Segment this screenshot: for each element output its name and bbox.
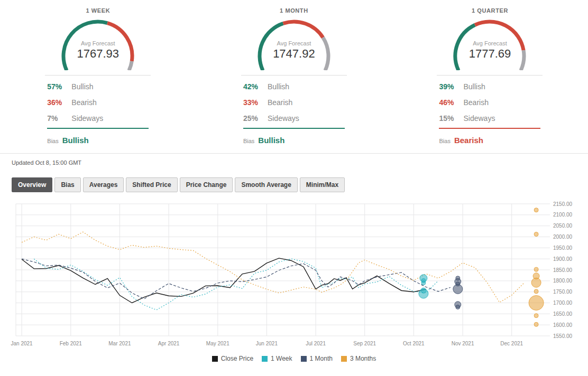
sideways-row: 15%Sideways bbox=[439, 110, 540, 126]
updated-timestamp: Updated Oct 8, 15:00 GMT bbox=[0, 154, 588, 166]
gauge: Avg Forecast 1767.93 bbox=[53, 15, 143, 70]
bias-value: Bearish bbox=[454, 136, 483, 145]
bullish-label: Bullish bbox=[463, 82, 485, 91]
svg-text:Jan 2021: Jan 2021 bbox=[11, 341, 33, 346]
tab-price-change[interactable]: Price Change bbox=[180, 177, 233, 192]
svg-text:Dec 2021: Dec 2021 bbox=[500, 341, 523, 346]
sideways-label: Sideways bbox=[71, 114, 103, 123]
svg-text:1600.00: 1600.00 bbox=[553, 322, 573, 328]
sentiment-stats: 57%Bullish 36%Bearish 7%Sideways bbox=[47, 79, 149, 126]
legend-item-close-price[interactable]: Close Price bbox=[212, 355, 253, 362]
svg-text:1700.00: 1700.00 bbox=[553, 300, 573, 306]
trend-underline bbox=[243, 128, 345, 129]
bullish-row: 39%Bullish bbox=[439, 79, 540, 95]
svg-text:1750.00: 1750.00 bbox=[553, 289, 573, 295]
forecast-chart[interactable]: 2150.002100.002050.002000.001950.001900.… bbox=[0, 199, 588, 353]
tab-minim-max[interactable]: Minim/Max bbox=[300, 177, 345, 192]
tab-overview[interactable]: Overview bbox=[12, 177, 52, 192]
bearish-label: Bearish bbox=[463, 98, 488, 107]
avg-forecast-value: 1777.69 bbox=[445, 47, 535, 61]
panel-divider bbox=[45, 75, 151, 76]
avg-forecast-value: 1747.92 bbox=[249, 47, 339, 61]
sideways-pct: 15% bbox=[439, 114, 463, 123]
bias-label: Bias bbox=[47, 138, 58, 144]
tab-bias[interactable]: Bias bbox=[54, 177, 80, 192]
svg-text:2100.00: 2100.00 bbox=[553, 212, 573, 218]
svg-text:2050.00: 2050.00 bbox=[553, 223, 573, 229]
svg-text:Feb 2021: Feb 2021 bbox=[60, 341, 82, 346]
bearish-pct: 33% bbox=[243, 98, 268, 107]
panel-divider bbox=[241, 75, 347, 76]
svg-text:1650.00: 1650.00 bbox=[553, 311, 573, 317]
bullish-pct: 39% bbox=[439, 82, 463, 91]
svg-text:2150.00: 2150.00 bbox=[553, 201, 573, 207]
svg-text:Mar 2021: Mar 2021 bbox=[108, 341, 131, 346]
tab-smooth-average[interactable]: Smooth Average bbox=[235, 177, 297, 192]
gauge: Avg Forecast 1777.69 bbox=[445, 15, 535, 70]
forecast-panels: 1 WEEK Avg Forecast 1767.93 57%Bullish 3… bbox=[0, 0, 588, 145]
bullish-label: Bullish bbox=[268, 82, 289, 91]
sideways-label: Sideways bbox=[268, 114, 299, 123]
legend-label-1-month: 1 Month bbox=[310, 355, 333, 362]
svg-text:Sep 2021: Sep 2021 bbox=[353, 341, 376, 346]
bearish-label: Bearish bbox=[71, 98, 96, 107]
tab-shifted-price[interactable]: Shifted Price bbox=[126, 177, 177, 192]
sideways-row: 7%Sideways bbox=[47, 110, 149, 126]
bias-row: Bias Bullish bbox=[47, 136, 149, 145]
bias-row: Bias Bullish bbox=[243, 136, 345, 145]
svg-text:Nov 2021: Nov 2021 bbox=[452, 341, 474, 346]
forecast-panel-1-month: 1 MONTH Avg Forecast 1747.92 42%Bullish … bbox=[196, 5, 392, 145]
legend-swatch-3-months bbox=[341, 356, 347, 362]
svg-text:1550.00: 1550.00 bbox=[553, 333, 573, 339]
sideways-pct: 25% bbox=[243, 114, 268, 123]
svg-text:1900.00: 1900.00 bbox=[553, 256, 573, 262]
svg-text:2000.00: 2000.00 bbox=[553, 234, 573, 240]
svg-text:1950.00: 1950.00 bbox=[553, 245, 573, 251]
bearish-row: 33%Bearish bbox=[243, 95, 345, 110]
legend-item-3-months[interactable]: 3 Months bbox=[341, 355, 376, 362]
bias-label: Bias bbox=[439, 138, 450, 144]
bias-label: Bias bbox=[243, 138, 254, 144]
bias-value: Bullish bbox=[62, 136, 89, 145]
forecast-chart-area: 2150.002100.002050.002000.001950.001900.… bbox=[0, 199, 588, 362]
tab-averages[interactable]: Averages bbox=[83, 177, 124, 192]
panel-title: 1 MONTH bbox=[280, 7, 308, 14]
legend-swatch-close-price bbox=[212, 356, 218, 362]
sideways-label: Sideways bbox=[463, 114, 495, 123]
sideways-pct: 7% bbox=[47, 114, 71, 123]
forecast-panel-1-week: 1 WEEK Avg Forecast 1767.93 57%Bullish 3… bbox=[0, 5, 196, 145]
bearish-label: Bearish bbox=[268, 98, 292, 107]
bearish-row: 36%Bearish bbox=[47, 95, 149, 110]
svg-text:Jul 2021: Jul 2021 bbox=[306, 341, 326, 346]
trend-underline bbox=[47, 128, 149, 129]
chart-legend: Close Price1 Week1 Month3 Months bbox=[0, 355, 588, 362]
bias-row: Bias Bearish bbox=[439, 136, 540, 145]
legend-item-1-month[interactable]: 1 Month bbox=[301, 355, 333, 362]
svg-text:1800.00: 1800.00 bbox=[553, 278, 573, 284]
bullish-row: 42%Bullish bbox=[243, 79, 345, 95]
legend-label-3-months: 3 Months bbox=[350, 355, 376, 362]
legend-swatch-1-month bbox=[301, 356, 307, 362]
chart-tabs: OverviewBiasAveragesShifted PricePrice C… bbox=[12, 177, 588, 192]
bias-value: Bullish bbox=[258, 136, 284, 145]
bullish-pct: 42% bbox=[243, 82, 268, 91]
legend-label-close-price: Close Price bbox=[221, 355, 253, 362]
panel-title: 1 WEEK bbox=[86, 7, 110, 14]
legend-item-1-week[interactable]: 1 Week bbox=[262, 355, 292, 362]
panel-divider bbox=[437, 75, 543, 76]
legend-label-1-week: 1 Week bbox=[271, 355, 292, 362]
bullish-pct: 57% bbox=[47, 82, 71, 91]
bullish-label: Bullish bbox=[71, 82, 93, 91]
panel-title: 1 QUARTER bbox=[472, 7, 508, 14]
svg-text:Oct 2021: Oct 2021 bbox=[403, 341, 425, 346]
bearish-pct: 36% bbox=[47, 98, 71, 107]
svg-text:1850.00: 1850.00 bbox=[553, 267, 573, 273]
forecast-panel-1-quarter: 1 QUARTER Avg Forecast 1777.69 39%Bullis… bbox=[392, 5, 588, 145]
bearish-row: 46%Bearish bbox=[439, 95, 540, 110]
avg-forecast-label: Avg Forecast bbox=[249, 40, 339, 46]
sideways-row: 25%Sideways bbox=[243, 110, 345, 126]
legend-swatch-1-week bbox=[262, 356, 268, 362]
sentiment-stats: 39%Bullish 46%Bearish 15%Sideways bbox=[439, 79, 540, 126]
avg-forecast-label: Avg Forecast bbox=[445, 40, 535, 46]
svg-text:Jun 2021: Jun 2021 bbox=[256, 341, 278, 346]
